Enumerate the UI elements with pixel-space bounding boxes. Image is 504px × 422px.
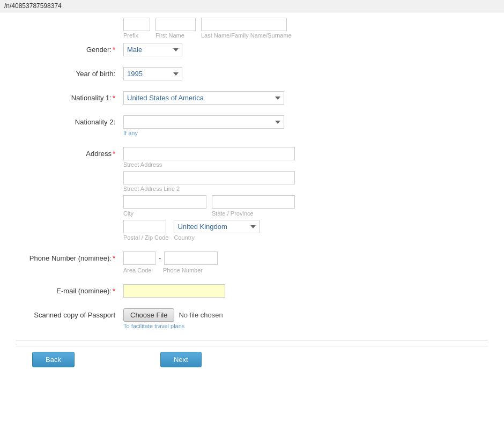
url-text: /n/40853787598374 bbox=[4, 2, 62, 10]
city-label: City bbox=[123, 210, 206, 217]
city-input[interactable]: kj bbox=[123, 195, 206, 209]
nationality2-select[interactable]: United States of America United Kingdom … bbox=[123, 115, 284, 129]
street2-input[interactable]: kj bbox=[123, 171, 295, 184]
page-container: /n/40853787598374 jn Prefix jn First Nam… bbox=[0, 0, 504, 422]
gender-field-group: Male Female Other bbox=[123, 43, 182, 56]
gender-label: Gender:* bbox=[16, 43, 123, 54]
postal-block: 654 Postal / Zip Code bbox=[123, 220, 168, 241]
phone-group: 654 - 654654 bbox=[123, 251, 218, 265]
url-bar: /n/40853787598374 bbox=[0, 0, 504, 12]
city-state-group: kj kj City State / Province bbox=[123, 195, 295, 217]
choose-file-button[interactable]: Choose File bbox=[123, 308, 174, 322]
nationality1-row: Nationality 1:* United States of America… bbox=[16, 91, 488, 105]
email-row: E-mail (nominee):* ash@ashwin.com bbox=[16, 284, 488, 298]
country-select[interactable]: United States United Kingdom Canada Aust… bbox=[174, 220, 260, 233]
prefix-label: Prefix bbox=[123, 32, 150, 39]
back-button[interactable]: Back bbox=[32, 352, 75, 367]
nationality2-label: Nationality 2: bbox=[16, 115, 123, 126]
postal-label: Postal / Zip Code bbox=[123, 234, 168, 241]
lastname-input[interactable]: jn bbox=[201, 18, 287, 31]
nationality1-field-group: United States of America United Kingdom … bbox=[123, 91, 284, 105]
country-block: United States United Kingdom Canada Aust… bbox=[174, 220, 260, 241]
phone-number-input[interactable]: 654654 bbox=[164, 251, 218, 265]
firstname-field: jn First Name bbox=[155, 18, 196, 39]
phone-dash: - bbox=[159, 254, 161, 262]
state-label: State / Province bbox=[212, 210, 295, 217]
nationality1-select[interactable]: United States of America United Kingdom … bbox=[123, 91, 284, 105]
form-area: jn Prefix jn First Name jn Last Name/Fam… bbox=[0, 12, 504, 378]
next-button[interactable]: Next bbox=[160, 352, 202, 367]
state-input[interactable]: kj bbox=[212, 195, 295, 209]
passport-row: Scanned copy of Passport Choose File No … bbox=[16, 308, 488, 329]
postal-input[interactable]: 654 bbox=[123, 220, 166, 233]
gender-select[interactable]: Male Female Other bbox=[123, 43, 182, 56]
year-of-birth-row: Year of birth: 199019911992 199319941995… bbox=[16, 67, 488, 80]
phone-row: Phone Number (nominee):* 654 - 654654 Ar… bbox=[16, 251, 488, 273]
name-row: jn Prefix jn First Name jn Last Name/Fam… bbox=[16, 18, 488, 39]
gender-row: Gender:* Male Female Other bbox=[16, 43, 488, 56]
phone-label: Phone Number (nominee):* bbox=[16, 251, 123, 262]
passport-field-group: Choose File No file chosen To facilitate… bbox=[123, 308, 223, 329]
year-of-birth-label: Year of birth: bbox=[16, 67, 123, 78]
nationality2-field-group: United States of America United Kingdom … bbox=[123, 115, 284, 136]
postal-country-group: 654 Postal / Zip Code United States Unit… bbox=[123, 220, 295, 241]
nationality2-sublabel: If any bbox=[123, 130, 284, 136]
phone-sub-row: Area Code Phone Number bbox=[123, 266, 218, 273]
phone-number-label: Phone Number bbox=[163, 267, 203, 273]
email-field-group: ash@ashwin.com bbox=[123, 284, 225, 298]
email-input[interactable]: ash@ashwin.com bbox=[123, 284, 225, 298]
no-file-text: No file chosen bbox=[179, 311, 223, 319]
firstname-input[interactable]: jn bbox=[155, 18, 196, 31]
street2-label: Street Address Line 2 bbox=[123, 186, 295, 192]
lastname-field: jn Last Name/Family Name/Surname bbox=[201, 18, 292, 39]
phone-area-input[interactable]: 654 bbox=[123, 251, 155, 265]
area-code-label: Area Code bbox=[123, 267, 160, 273]
street1-group: kj Street Address bbox=[123, 147, 295, 168]
street1-input[interactable]: kj bbox=[123, 147, 295, 160]
address-row: Address* kj Street Address kj Street Add… bbox=[16, 147, 488, 241]
nationality2-row: Nationality 2: United States of America … bbox=[16, 115, 488, 136]
nationality1-label: Nationality 1:* bbox=[16, 91, 123, 102]
year-of-birth-field-group: 199019911992 199319941995 199619971998 1… bbox=[123, 67, 182, 80]
address-label: Address* bbox=[16, 147, 123, 158]
passport-sublabel: To facilitate travel plans bbox=[123, 323, 223, 329]
country-label: Country bbox=[174, 234, 260, 241]
email-label: E-mail (nominee):* bbox=[16, 284, 123, 295]
prefix-field: jn Prefix bbox=[123, 18, 150, 39]
phone-field-group: 654 - 654654 Area Code Phone Number bbox=[123, 251, 218, 273]
passport-label: Scanned copy of Passport bbox=[16, 308, 123, 319]
street1-label: Street Address bbox=[123, 161, 295, 168]
street2-group: kj Street Address Line 2 bbox=[123, 171, 295, 192]
file-row: Choose File No file chosen bbox=[123, 308, 223, 322]
firstname-label: First Name bbox=[155, 32, 196, 39]
button-row: Back Next bbox=[16, 346, 488, 367]
lastname-label: Last Name/Family Name/Surname bbox=[201, 32, 292, 39]
year-of-birth-select[interactable]: 199019911992 199319941995 199619971998 1… bbox=[123, 67, 182, 80]
prefix-input[interactable]: jn bbox=[123, 18, 150, 31]
address-block: kj Street Address kj Street Address Line… bbox=[123, 147, 295, 241]
